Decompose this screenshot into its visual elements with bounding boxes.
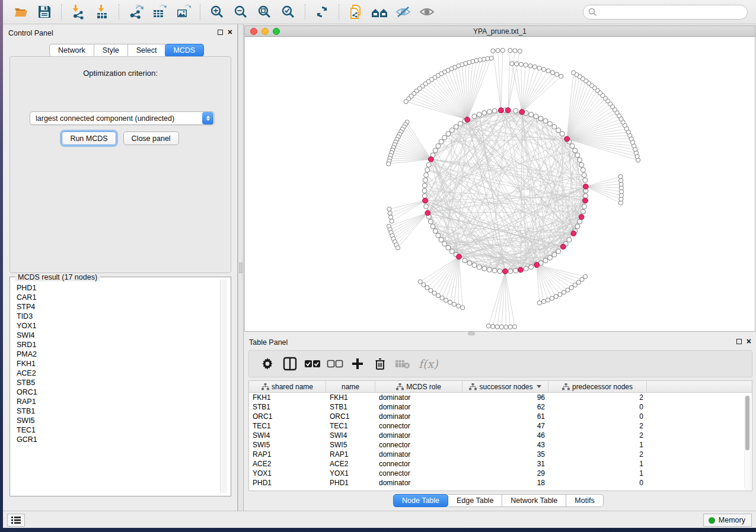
graph-node[interactable] [433, 148, 438, 153]
column-header-MCDS-role[interactable]: MCDS role [375, 381, 462, 392]
column-header-shared-name[interactable]: shared name [249, 381, 326, 392]
criterion-dropdown[interactable]: largest connected component (undirected) [30, 111, 215, 125]
network-graph[interactable] [245, 37, 755, 331]
graph-leaf-node[interactable] [499, 325, 503, 329]
graph-node[interactable] [449, 128, 454, 133]
tab-motifs[interactable]: Motifs [566, 494, 603, 507]
graph-node[interactable] [462, 258, 467, 263]
graph-leaf-node[interactable] [432, 291, 436, 295]
export-network-icon[interactable] [127, 3, 145, 21]
graph-node[interactable] [492, 268, 497, 273]
graph-node[interactable] [497, 269, 502, 274]
table-row[interactable]: ACE2ACE2connector311 [249, 459, 752, 469]
graph-leaf-node[interactable] [387, 162, 391, 166]
graph-dominator-node[interactable] [498, 108, 503, 113]
graph-leaf-node[interactable] [554, 294, 558, 299]
graph-leaf-node[interactable] [508, 325, 512, 329]
graph-dominator-node[interactable] [457, 254, 462, 259]
graph-node[interactable] [430, 224, 435, 229]
graph-leaf-node[interactable] [388, 215, 393, 219]
zoom-selected-icon[interactable] [279, 3, 297, 21]
function-builder-icon[interactable]: f(x) [419, 357, 438, 370]
mcds-result-item[interactable]: TID3 [11, 312, 220, 321]
graph-leaf-node[interactable] [425, 286, 429, 290]
graph-dominator-node[interactable] [560, 244, 566, 249]
graph-leaf-node[interactable] [388, 211, 392, 215]
hide-selected-icon[interactable] [394, 3, 412, 21]
graph-dominator-node[interactable] [571, 231, 576, 236]
graph-dominator-node[interactable] [423, 198, 428, 203]
graph-leaf-node[interactable] [495, 325, 499, 329]
graph-node[interactable] [422, 183, 427, 188]
graph-node[interactable] [543, 118, 548, 123]
graph-node[interactable] [439, 139, 444, 144]
refresh-layout-icon[interactable] [313, 3, 331, 21]
task-history-button[interactable] [7, 514, 25, 527]
graph-dominator-node[interactable] [505, 108, 511, 113]
network-window-titlebar[interactable]: YPA_prune.txt_1 [244, 25, 755, 37]
graph-node[interactable] [472, 114, 477, 118]
mcds-result-item[interactable]: PHD1 [11, 283, 220, 293]
graph-leaf-node[interactable] [496, 49, 500, 53]
zoom-in-icon[interactable] [208, 3, 226, 21]
delete-column-icon[interactable] [372, 355, 388, 372]
graph-node[interactable] [578, 219, 582, 224]
graph-leaf-node[interactable] [541, 299, 546, 303]
graph-leaf-node[interactable] [436, 293, 440, 297]
graph-leaf-node[interactable] [562, 290, 566, 294]
mcds-result-item[interactable]: STP4 [11, 302, 220, 312]
graph-node[interactable] [513, 268, 518, 273]
graph-node[interactable] [482, 111, 487, 116]
table-settings-icon[interactable] [259, 355, 276, 372]
splitter-grip[interactable] [239, 262, 243, 273]
graph-node[interactable] [425, 168, 430, 172]
share-network-icon[interactable] [347, 3, 365, 21]
float-table-panel-icon[interactable] [736, 339, 742, 344]
graph-leaf-node[interactable] [618, 175, 623, 179]
graph-leaf-node[interactable] [514, 62, 518, 66]
graph-node[interactable] [583, 194, 588, 198]
graph-dominator-node[interactable] [503, 269, 508, 274]
graph-node[interactable] [446, 132, 451, 136]
close-panel-icon[interactable]: × [228, 29, 232, 35]
graph-node[interactable] [446, 245, 451, 250]
graph-node[interactable] [439, 238, 444, 242]
graph-leaf-node[interactable] [546, 69, 550, 73]
deselect-all-rows-icon[interactable] [327, 355, 343, 372]
table-row[interactable]: ORC1ORC1dominator610 [249, 412, 752, 421]
mcds-list-scrollbar[interactable] [220, 280, 227, 493]
export-table-icon[interactable] [151, 3, 168, 21]
graph-leaf-node[interactable] [542, 68, 546, 72]
table-row[interactable]: STB1STB1dominator620 [249, 402, 752, 412]
graph-node[interactable] [582, 204, 586, 209]
graph-node[interactable] [422, 194, 427, 198]
table-row[interactable]: PHD1PHD1dominator180 [249, 478, 752, 488]
network-canvas[interactable] [244, 37, 755, 332]
close-table-panel-icon[interactable]: × [747, 338, 751, 344]
graph-node[interactable] [487, 110, 492, 114]
graph-leaf-node[interactable] [452, 302, 456, 306]
graph-leaf-node[interactable] [491, 324, 495, 328]
graph-node[interactable] [442, 242, 447, 246]
graph-dominator-node[interactable] [518, 267, 524, 273]
graph-node[interactable] [436, 233, 441, 238]
zoom-fit-icon[interactable] [256, 3, 273, 21]
delete-table-icon[interactable] [394, 355, 411, 372]
horizontal-splitter-grip[interactable] [468, 332, 475, 335]
graph-leaf-node[interactable] [395, 246, 400, 250]
graph-leaf-node[interactable] [461, 306, 465, 310]
graph-node[interactable] [428, 219, 433, 224]
graph-node[interactable] [487, 267, 492, 272]
float-panel-icon[interactable] [218, 30, 223, 35]
graph-leaf-node[interactable] [418, 280, 422, 284]
table-row[interactable]: TEC1TEC1connector472 [249, 421, 752, 431]
graph-leaf-node[interactable] [510, 62, 514, 66]
tab-network[interactable]: Network [49, 44, 94, 57]
graph-node[interactable] [578, 158, 582, 162]
graph-node[interactable] [573, 148, 578, 153]
graph-dominator-node[interactable] [583, 198, 588, 203]
tab-mcds[interactable]: MCDS [165, 44, 204, 57]
graph-leaf-node[interactable] [404, 100, 408, 104]
graph-node[interactable] [552, 124, 557, 129]
graph-node[interactable] [556, 249, 561, 254]
